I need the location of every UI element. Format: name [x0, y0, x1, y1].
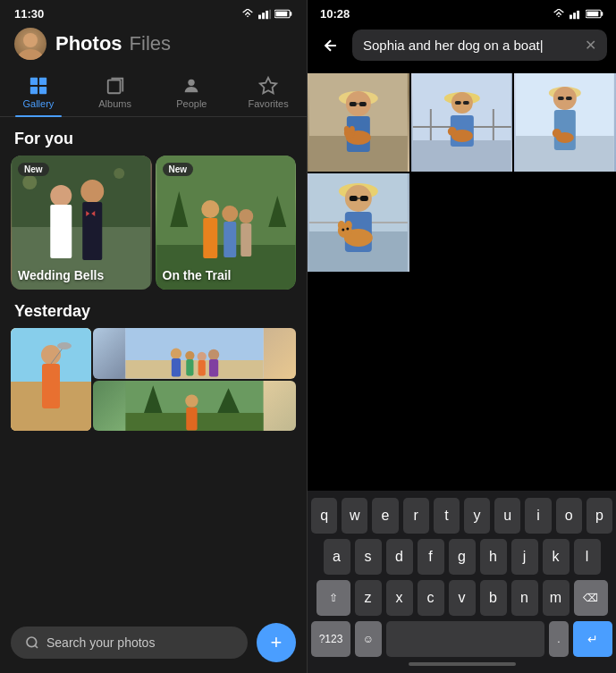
result-photo-3[interactable] — [514, 73, 616, 172]
key-h[interactable]: h — [480, 539, 507, 575]
key-d[interactable]: d — [386, 539, 413, 575]
svg-rect-72 — [350, 102, 357, 106]
search-bar[interactable]: Search your photos — [11, 627, 248, 659]
album-card-trail[interactable]: New On the Trail — [156, 156, 297, 290]
people-icon — [181, 76, 201, 96]
yesterday-label: Yesterday — [0, 290, 307, 328]
svg-rect-12 — [39, 87, 46, 94]
key-n[interactable]: n — [511, 580, 538, 616]
key-backspace[interactable]: ⌫ — [574, 580, 608, 616]
tab-favorites[interactable]: Favorites — [230, 71, 307, 116]
result-photo-4[interactable] — [308, 173, 409, 272]
svg-point-18 — [22, 175, 37, 189]
svg-rect-5 — [290, 12, 291, 15]
key-o[interactable]: o — [556, 498, 582, 534]
svg-rect-50 — [186, 359, 193, 375]
svg-point-33 — [222, 206, 238, 222]
photo-forest-scene[interactable] — [93, 381, 296, 432]
svg-rect-88 — [462, 101, 468, 105]
key-f[interactable]: f — [418, 539, 444, 575]
key-e[interactable]: e — [372, 498, 398, 534]
svg-point-79 — [350, 126, 355, 133]
photo-child-plane[interactable] — [11, 328, 91, 431]
app-header: Photos Files — [0, 24, 307, 67]
key-k[interactable]: k — [543, 539, 570, 575]
key-numbers[interactable]: ?123 — [311, 621, 350, 657]
svg-rect-97 — [566, 97, 572, 100]
key-return[interactable]: ↵ — [573, 621, 612, 657]
for-you-grid: New Wedding Bells — [0, 156, 307, 290]
key-z[interactable]: z — [355, 580, 382, 616]
tab-people[interactable]: People — [154, 71, 231, 116]
wedding-badge: New — [18, 163, 49, 176]
svg-point-61 — [27, 637, 37, 647]
svg-rect-10 — [39, 78, 46, 85]
keyboard: q w e r t y u i o p a s d f g h j k — [308, 491, 616, 673]
svg-rect-41 — [42, 364, 60, 408]
svg-rect-106 — [350, 196, 358, 201]
clear-search-button[interactable]: ✕ — [585, 37, 596, 54]
search-bar-area: Search your photos + — [0, 612, 307, 673]
tab-albums[interactable]: Albums — [77, 71, 154, 116]
key-q[interactable]: q — [311, 498, 337, 534]
result-photo-1[interactable] — [308, 73, 409, 172]
key-b[interactable]: b — [480, 580, 507, 616]
key-i[interactable]: i — [525, 498, 551, 534]
status-icons-right — [552, 9, 603, 20]
key-space[interactable] — [386, 621, 544, 657]
svg-rect-9 — [30, 78, 38, 85]
key-shift[interactable]: ⇧ — [316, 580, 350, 616]
key-s[interactable]: s — [355, 539, 382, 575]
svg-rect-54 — [209, 359, 218, 377]
svg-rect-1 — [262, 13, 265, 19]
forest-illustration — [93, 381, 296, 432]
key-emoji[interactable]: ☺ — [355, 621, 382, 657]
svg-rect-0 — [258, 14, 261, 19]
gallery-icon — [29, 76, 48, 96]
svg-rect-63 — [573, 13, 576, 19]
battery-icon — [274, 9, 292, 19]
svg-point-114 — [342, 229, 344, 231]
tab-favorites-label: Favorites — [249, 98, 289, 109]
key-c[interactable]: c — [418, 580, 444, 616]
search-placeholder: Search your photos — [46, 635, 155, 650]
svg-point-43 — [57, 342, 72, 349]
svg-rect-87 — [454, 101, 460, 105]
svg-rect-64 — [577, 10, 579, 18]
key-y[interactable]: y — [464, 498, 490, 534]
search-input-container[interactable]: Sophia and her dog on a boat| ✕ — [352, 29, 607, 61]
trail-badge: New — [163, 163, 194, 176]
result-photo-2[interactable] — [411, 73, 513, 172]
key-x[interactable]: x — [386, 580, 413, 616]
result-photo-1-illustration — [308, 73, 409, 172]
svg-rect-36 — [240, 223, 251, 257]
svg-rect-13 — [107, 80, 120, 94]
back-button[interactable] — [316, 31, 345, 60]
album-card-wedding[interactable]: New Wedding Bells — [11, 156, 152, 290]
key-g[interactable]: g — [449, 539, 476, 575]
svg-point-14 — [189, 80, 195, 86]
signal-icon — [258, 9, 271, 20]
key-w[interactable]: w — [342, 498, 367, 534]
key-v[interactable]: v — [449, 580, 476, 616]
key-period[interactable]: . — [549, 621, 569, 657]
svg-point-86 — [451, 92, 472, 114]
app-title: Photos — [55, 32, 122, 55]
right-panel: 10:28 Sophia — [308, 0, 616, 673]
svg-rect-34 — [224, 222, 236, 257]
photo-beach-family[interactable] — [93, 328, 296, 379]
key-a[interactable]: a — [324, 539, 350, 575]
svg-point-59 — [185, 394, 198, 407]
fab-add-button[interactable]: + — [257, 623, 296, 662]
key-u[interactable]: u — [494, 498, 520, 534]
key-j[interactable]: j — [511, 539, 538, 575]
key-m[interactable]: m — [543, 580, 570, 616]
avatar[interactable] — [14, 28, 46, 60]
tab-gallery[interactable]: Gallery — [0, 71, 77, 116]
svg-point-51 — [198, 352, 207, 361]
key-p[interactable]: p — [586, 498, 612, 534]
svg-point-7 — [23, 33, 38, 47]
key-l[interactable]: l — [574, 539, 601, 575]
key-r[interactable]: r — [403, 498, 429, 534]
key-t[interactable]: t — [434, 498, 460, 534]
